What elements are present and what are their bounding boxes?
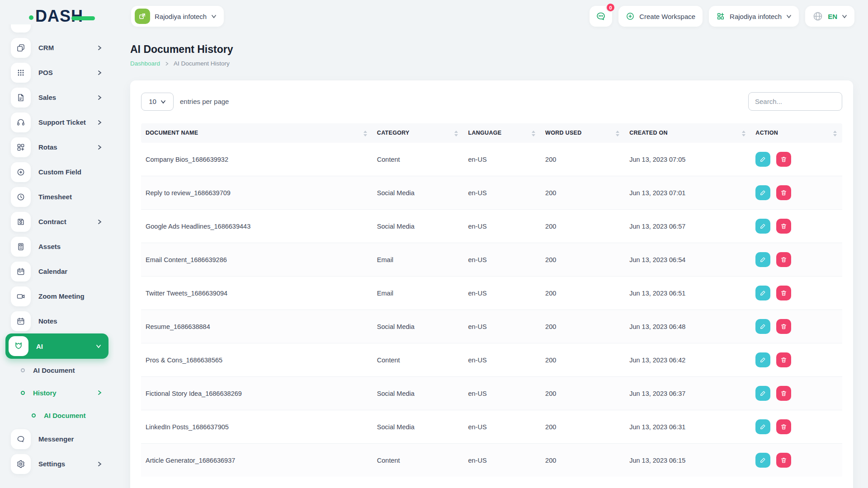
circle-plus-icon [626,12,635,21]
sidebar-item-support-ticket[interactable]: Support Ticket [0,110,114,135]
delete-button[interactable] [776,386,791,401]
column-header-document-name[interactable]: DOCUMENT NAME [141,123,373,143]
chevron-right-icon [97,390,102,395]
edit-button[interactable] [755,419,770,434]
header-actions: 0 Create Workspace Rajodiya infotech EN [590,6,854,27]
sidebar-item-contract[interactable]: Contract [0,209,114,234]
chevron-right-icon [97,120,102,125]
delete-button[interactable] [776,185,791,200]
create-workspace-button[interactable]: Create Workspace [618,6,703,27]
sort-icon[interactable] [742,131,745,136]
delete-button[interactable] [776,152,791,167]
edit-button[interactable] [755,286,770,300]
messages-button[interactable]: 0 [590,6,612,27]
cell-actions [751,444,842,477]
sidebar-item-assets[interactable]: Assets [0,234,114,259]
sidebar-item-crm[interactable]: CRM [0,35,114,60]
trash-icon [780,457,787,464]
app-logo[interactable]: DASH [29,8,95,24]
delete-button[interactable] [776,352,791,367]
table-controls: 10 entries per page [141,92,842,111]
cell-created-on: Jun 13, 2023 06:54 [625,243,751,277]
cell-language: en-US [463,277,541,310]
sidebar-item-calendar[interactable]: Calendar [0,259,114,284]
cell-language: en-US [463,310,541,343]
edit-button[interactable] [755,219,770,234]
delete-button[interactable] [776,286,791,300]
cell-category: Social Media [373,310,464,343]
table-row: Email Content_1686639286 Email en-US 200… [141,243,842,277]
breadcrumb-dashboard-link[interactable]: Dashboard [130,60,160,67]
globe-icon [812,11,823,22]
entries-per-page-label: entries per page [180,98,229,105]
language-selector[interactable]: EN [805,6,854,27]
table-row: Pros & Cons_1686638565 Content en-US 200… [141,343,842,377]
sort-icon[interactable] [363,131,367,136]
table-row: Company Bios_1686639932 Content en-US 20… [141,143,842,176]
delete-button[interactable] [776,453,791,468]
sidebar-item-settings[interactable]: Settings [0,451,114,476]
edit-button[interactable] [755,152,770,167]
delete-button[interactable] [776,319,791,334]
sort-icon[interactable] [833,131,837,136]
sidebar-item-sales[interactable]: Sales [0,85,114,110]
search-input[interactable] [748,92,842,111]
edit-button[interactable] [755,352,770,367]
table-row: Reply to review_1686639709 Social Media … [141,176,842,210]
sidebar-subitem-ai-document[interactable]: AI Document [0,359,114,381]
edit-button[interactable] [755,185,770,200]
sidebar-subitem-history-ai-document[interactable]: AI Document [0,404,114,427]
trash-icon [780,156,787,163]
pencil-icon [760,390,766,397]
dashboard-icon[interactable] [11,24,31,33]
column-header-language[interactable]: LANGUAGE [463,123,541,143]
sidebar-item-messenger[interactable]: Messenger [0,427,114,451]
sort-icon[interactable] [616,131,619,136]
cell-actions [751,310,842,343]
page-size-select[interactable]: 10 [141,93,174,111]
sidebar-item-notes[interactable]: Notes [0,309,114,333]
sort-icon[interactable] [532,131,535,136]
workspace-switcher[interactable]: Rajodiya infotech [131,6,224,27]
sidebar-item-pos[interactable]: POS [0,60,114,85]
trash-icon [780,390,787,397]
edit-button[interactable] [755,453,770,468]
sidebar-item-timesheet[interactable]: Timesheet [0,184,114,209]
column-header-word-used[interactable]: WORD USED [541,123,625,143]
sidebar-subitem-history[interactable]: History [0,381,114,404]
delete-button[interactable] [776,419,791,434]
company-menu[interactable]: Rajodiya infotech [709,6,799,27]
edit-button[interactable] [755,252,770,267]
gear-icon [11,454,31,474]
main-content: AI Document History Dashboard AI Documen… [130,43,853,488]
cell-word-used: 200 [541,343,625,377]
delete-button[interactable] [776,219,791,234]
trash-icon [780,290,787,296]
cell-language: en-US [463,444,541,477]
edit-button[interactable] [755,386,770,401]
sidebar-item-zoom-meeting[interactable]: Zoom Meeting [0,284,114,309]
table-row: Fictional Story Idea_1686638269 Social M… [141,377,842,410]
trash-icon [780,189,787,196]
cell-word-used: 200 [541,277,625,310]
cell-language: en-US [463,243,541,277]
chevron-right-icon [97,95,102,100]
delete-button[interactable] [776,252,791,267]
cell-document-name: Google Ads Headlines_1686639443 [141,210,373,243]
sidebar-item-ai[interactable]: AI [5,333,108,359]
calculator-icon [11,237,31,257]
pencil-icon [760,357,766,363]
cell-category: Content [373,444,464,477]
column-header-created-on[interactable]: CREATED ON [625,123,751,143]
breadcrumb-separator-icon [165,61,169,66]
column-header-category[interactable]: CATEGORY [373,123,464,143]
breadcrumb: Dashboard AI Document History [130,60,853,67]
cell-document-name: Article Generator_1686636937 [141,444,373,477]
edit-button[interactable] [755,319,770,334]
sidebar-item-rotas[interactable]: Rotas [0,135,114,160]
cell-actions [751,277,842,310]
pencil-icon [760,423,766,430]
column-header-action[interactable]: ACTION [751,123,842,143]
sidebar-item-custom-field[interactable]: Custom Field [0,160,114,184]
sort-icon[interactable] [454,131,458,136]
